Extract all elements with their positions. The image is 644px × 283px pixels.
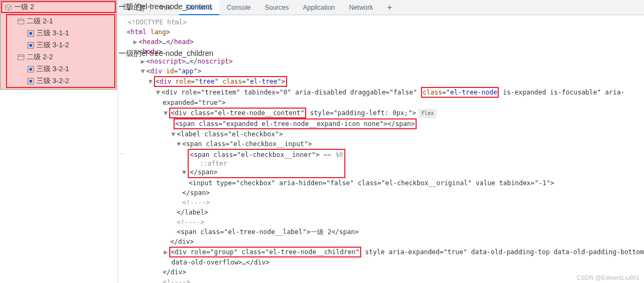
- highlight-children-group: <div role="group" class="el-tree-node__c…: [169, 247, 361, 257]
- tree-node-label: 二级 2-2: [27, 52, 53, 62]
- tree-node-label: 三级 3-2-2: [36, 76, 69, 86]
- tree-node[interactable]: 三级 3-2-2: [7, 75, 114, 87]
- dot-icon: [27, 41, 34, 49]
- tree-node-label: 三级 3-2-1: [36, 64, 69, 74]
- collapse-arrow-icon[interactable]: ▼: [156, 87, 162, 97]
- window-icon: [17, 53, 24, 61]
- tab-add[interactable]: +: [381, 0, 399, 15]
- tree-node-root-content[interactable]: 一级 2: [1, 1, 116, 13]
- expand-arrow-icon[interactable]: ▶: [133, 37, 139, 47]
- highlight-el-tree: <div role="tree" class="el-tree">: [154, 76, 287, 87]
- collapse-arrow-icon[interactable]: ▼: [182, 167, 188, 177]
- treeitem-head: <div role="treeitem" tabindex="0" aria-d…: [162, 89, 417, 96]
- tree-node[interactable]: 三级 3-2-1: [7, 63, 114, 75]
- tree-node[interactable]: 二级 2-2: [7, 51, 114, 63]
- svg-point-7: [29, 43, 32, 46]
- collapse-arrow-icon[interactable]: ▼: [141, 66, 146, 76]
- svg-rect-2: [17, 18, 23, 23]
- collapse-arrow-icon[interactable]: ▼: [148, 77, 154, 86]
- svg-point-11: [29, 67, 32, 70]
- tab-network[interactable]: Network: [343, 0, 380, 15]
- expand-arrow-icon[interactable]: ▶: [141, 56, 146, 66]
- collapse-arrow-icon[interactable]: ▼: [133, 47, 139, 56]
- svg-rect-8: [17, 54, 23, 59]
- collapse-arrow-icon[interactable]: ▼: [171, 129, 177, 139]
- el-tree: 一级 2 二级 2-1 三级 3-1-1 三级 3-1-2 二级 2-2: [0, 0, 117, 90]
- tree-node-label: 三级 3-1-2: [36, 40, 69, 50]
- highlight-content: <div class="el-tree-node__content": [169, 108, 306, 118]
- dom-tree[interactable]: <!DOCTYPE html> <html lang> ▶<head>…</he…: [118, 15, 644, 283]
- watermark: CSDN @EdwardLiu601: [577, 274, 640, 281]
- window-icon: [17, 17, 24, 25]
- tree-panel-area: 一级 2 二级 2-1 三级 3-1-1 三级 3-1-2 二级 2-2: [0, 0, 117, 283]
- svg-point-13: [29, 79, 32, 82]
- dot-icon: [27, 29, 34, 37]
- highlight-checkbox-inner: <span class="el-checkbox__inner"> == $0:…: [188, 149, 345, 178]
- annotation-content: 一级的el-tree-node_content: [119, 2, 212, 12]
- devtools-panel: Vue Elements Console Sources Application…: [117, 0, 644, 283]
- tab-application[interactable]: Application: [296, 0, 342, 15]
- tree-node-children-box: 二级 2-1 三级 3-1-1 三级 3-1-2 二级 2-2 三级 3-2-1: [6, 14, 115, 88]
- tree-node-label: 二级 2-1: [27, 16, 53, 26]
- tab-sources[interactable]: Sources: [258, 0, 295, 15]
- gutter-ellipsis-icon[interactable]: ⋯: [120, 149, 125, 159]
- tab-console[interactable]: Console: [220, 0, 257, 15]
- dot-icon: [27, 65, 34, 73]
- tree-node[interactable]: 二级 2-1: [7, 15, 114, 27]
- dot-icon: [27, 77, 34, 85]
- cube-icon: [4, 3, 12, 11]
- tree-node-label: 一级 2: [14, 2, 34, 12]
- tree-node[interactable]: 三级 3-1-2: [7, 39, 114, 51]
- highlight-el-tree-node: class="el-tree-node: [421, 87, 499, 98]
- tree-node[interactable]: 三级 3-1-1: [7, 27, 114, 39]
- highlight-expand-span: <span class="expanded el-tree-node__expa…: [174, 118, 417, 129]
- svg-marker-0: [5, 4, 11, 8]
- collapse-arrow-icon[interactable]: ▼: [177, 139, 182, 149]
- tree-node-label: 三级 3-1-1: [36, 28, 69, 38]
- collapse-arrow-icon[interactable]: ▼: [164, 108, 169, 118]
- svg-point-5: [29, 32, 32, 34]
- doctype: <!DOCTYPE html>: [128, 18, 187, 26]
- flex-pill[interactable]: flex: [418, 109, 437, 118]
- expand-arrow-icon[interactable]: ▶: [164, 247, 169, 257]
